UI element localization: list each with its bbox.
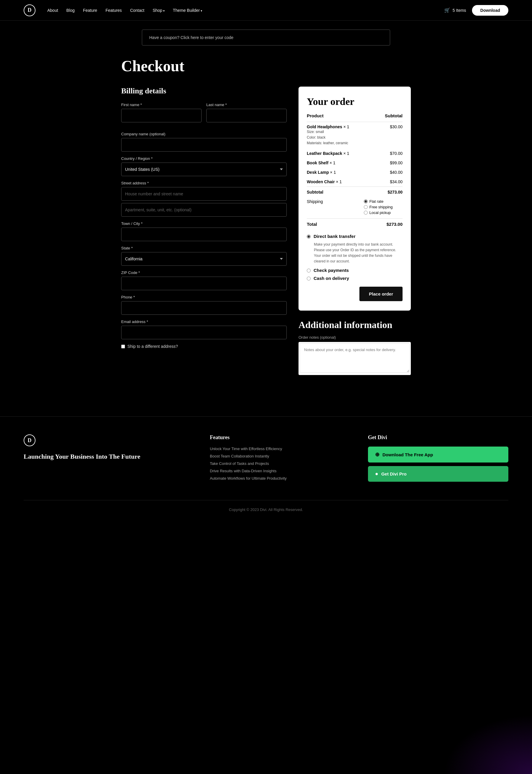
product-price: $40.00 (364, 168, 403, 177)
street-input[interactable] (121, 187, 287, 201)
coupon-text: Have a coupon? Click here to enter your … (149, 35, 233, 40)
product-name: Gold Headphones × 1 (307, 124, 349, 129)
product-price: $70.00 (364, 149, 403, 158)
place-order-button[interactable]: Place order (359, 287, 403, 301)
product-name: Book Shelf × 1 (307, 160, 335, 165)
street-label: Street address * (121, 181, 287, 185)
pro-icon: ● (375, 471, 378, 477)
coupon-bar[interactable]: Have a coupon? Click here to enter your … (142, 30, 390, 46)
product-meta: Size: smallColor: blackMaterials: leathe… (307, 129, 364, 146)
last-name-label: Last name * (206, 103, 287, 107)
payment-section: Direct bank transfer Make your payment d… (307, 234, 403, 281)
order-item: Leather Backpack × 1 $70.00 (307, 149, 403, 158)
order-title: Your order (307, 96, 403, 107)
city-input[interactable] (121, 228, 287, 241)
footer-feature-item[interactable]: Drive Results with Data-Driven Insights (210, 469, 350, 473)
product-price: $34.00 (364, 177, 403, 187)
total-label: Total (307, 218, 364, 229)
billing-title: Billing details (121, 87, 287, 95)
footer-feature-item[interactable]: Automate Workflows for Ultimate Producti… (210, 476, 350, 481)
cart-count: 5 Items (452, 8, 466, 13)
subtotal-value: $273.00 (364, 186, 403, 197)
nav-contact[interactable]: Contact (130, 8, 144, 13)
footer-copyright: Copyright © 2023 Divi. All Rights Reserv… (24, 500, 508, 512)
footer-tagline: Launching Your Business Into The Future (24, 452, 192, 461)
subtotal-label: Subtotal (307, 186, 364, 197)
company-label: Company name (optional) (121, 132, 287, 136)
payment-check[interactable]: Check payments (307, 268, 403, 273)
payment-direct-bank[interactable]: Direct bank transfer (307, 234, 403, 239)
order-item: Book Shelf × 1 $99.00 (307, 158, 403, 168)
footer-features-title: Features (210, 434, 350, 441)
product-name: Leather Backpack × 1 (307, 151, 349, 156)
payment-cod[interactable]: Cash on delivery (307, 276, 403, 281)
email-input[interactable] (121, 326, 287, 339)
footer-free-app-button[interactable]: ⊕ Download The Free App (368, 447, 508, 463)
nav-links: About Blog Feature Features Contact Shop… (47, 8, 444, 13)
footer-features-col: Features Unlock Your Time with Effortles… (210, 434, 350, 485)
footer-brand: D Launching Your Business Into The Futur… (24, 434, 192, 485)
nav-about[interactable]: About (47, 8, 58, 13)
shipping-label: Shipping (307, 197, 364, 219)
order-item: Gold Headphones × 1 Size: smallColor: bl… (307, 122, 403, 149)
ship-different-input[interactable] (121, 345, 125, 348)
order-section: Your order Product Subtotal Gold Headpho… (299, 87, 411, 375)
footer-feature-item[interactable]: Unlock Your Time with Effortless Efficie… (210, 447, 350, 451)
additional-info: Additional information Order notes (opti… (299, 319, 411, 375)
col-subtotal: Subtotal (364, 113, 403, 122)
download-icon: ⊕ (375, 451, 379, 458)
additional-title: Additional information (299, 319, 411, 330)
nav-theme-builder[interactable]: Theme Builder (173, 8, 202, 13)
product-price: $99.00 (364, 158, 403, 168)
first-name-input[interactable] (121, 109, 202, 122)
order-item: Wooden Chair × 1 $34.00 (307, 177, 403, 187)
company-input[interactable] (121, 138, 287, 152)
nav-cart[interactable]: 🛒 5 Items (444, 7, 466, 13)
product-price: $30.00 (364, 122, 403, 149)
checkout-title: Checkout (121, 57, 411, 75)
apt-input[interactable] (121, 203, 287, 217)
order-notes-textarea[interactable] (300, 343, 410, 373)
footer-divi-pro-button[interactable]: ● Get Divi Pro (368, 466, 508, 482)
shipping-free[interactable]: Free shipping (364, 205, 403, 209)
nav-features[interactable]: Features (106, 8, 122, 13)
footer-feature-item[interactable]: Take Control of Tasks and Projects (210, 461, 350, 466)
shipping-flat[interactable]: Flat rate (364, 199, 403, 204)
ship-different-checkbox[interactable]: Ship to a different address? (121, 344, 287, 349)
product-name: Wooden Chair × 1 (307, 179, 342, 184)
footer: D Launching Your Business Into The Futur… (0, 416, 532, 524)
city-label: Town / City * (121, 221, 287, 226)
footer-logo: D (24, 434, 35, 446)
zip-input[interactable] (121, 277, 287, 290)
email-label: Email address * (121, 319, 287, 324)
nav-blog[interactable]: Blog (67, 8, 75, 13)
footer-get-divi-title: Get Divi (368, 434, 508, 441)
country-label: Country / Region * (121, 156, 287, 161)
footer-divi-pro-label: Get Divi Pro (381, 471, 407, 476)
first-name-label: First name * (121, 103, 202, 107)
state-select[interactable]: California (121, 252, 287, 266)
shipping-options: Flat rate Free shipping Local pickup (364, 199, 403, 215)
phone-input[interactable] (121, 301, 287, 315)
shipping-local[interactable]: Local pickup (364, 210, 403, 215)
product-name: Desk Lamp × 1 (307, 170, 336, 175)
nav-feature[interactable]: Feature (83, 8, 97, 13)
total-value: $273.00 (364, 218, 403, 229)
phone-label: Phone * (121, 295, 287, 299)
ship-different-label: Ship to a different address? (127, 344, 178, 349)
footer-feature-item[interactable]: Boost Team Collaboration Instantly (210, 454, 350, 458)
nav-download-button[interactable]: Download (472, 5, 508, 16)
nav-logo: D (24, 4, 35, 16)
billing-section: Billing details First name * Last name *… (121, 87, 287, 349)
zip-label: ZIP Code * (121, 270, 287, 275)
footer-free-app-label: Download The Free App (382, 452, 433, 457)
cart-icon: 🛒 (444, 7, 450, 13)
order-card: Your order Product Subtotal Gold Headpho… (299, 87, 411, 311)
notes-label: Order notes (optional) (299, 335, 411, 340)
country-select[interactable]: United States (US) (121, 163, 287, 176)
order-item: Desk Lamp × 1 $40.00 (307, 168, 403, 177)
col-product: Product (307, 113, 364, 122)
last-name-input[interactable] (206, 109, 287, 122)
order-table: Product Subtotal Gold Headphones × 1 Siz… (307, 113, 403, 229)
nav-shop[interactable]: Shop (153, 8, 164, 13)
